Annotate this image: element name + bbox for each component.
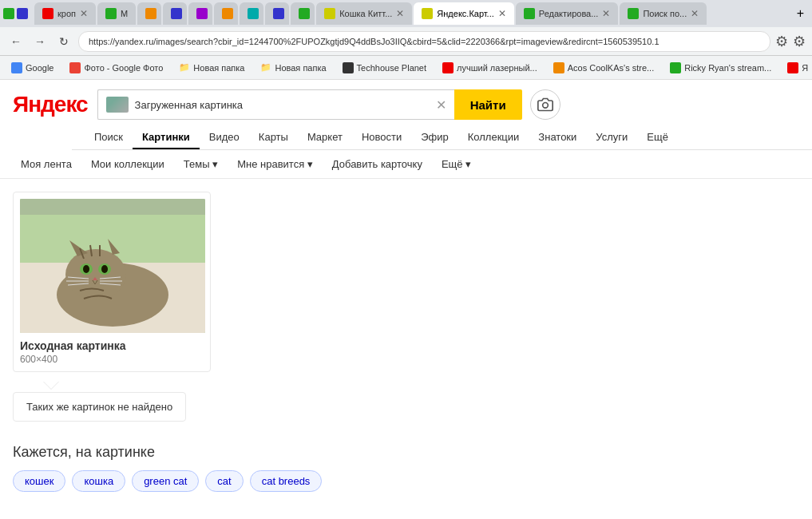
tab-redact[interactable]: Редактирова... ✕ — [516, 2, 619, 25]
profile-icon[interactable]: ⚙ — [793, 33, 806, 50]
tab-5[interactable] — [188, 2, 212, 25]
cat-svg — [20, 199, 205, 333]
tab-1-close[interactable]: ✕ — [80, 8, 88, 19]
bookmark-folder1[interactable]: 📁 Новая папка — [174, 61, 249, 74]
nav-item-kartinki[interactable]: Картинки — [133, 125, 200, 149]
tag-koshek[interactable]: кошек — [13, 470, 65, 492]
new-tab-button[interactable]: + — [792, 6, 809, 21]
bookmark-laser-icon — [442, 62, 454, 73]
bookmark-yandex-icon — [787, 62, 798, 73]
search-button[interactable]: Найти — [454, 89, 522, 120]
bookmark-folder1-icon: 📁 — [179, 62, 190, 73]
nav-item-karty[interactable]: Карты — [249, 125, 298, 149]
tab-6[interactable] — [214, 2, 238, 25]
nav-item-esche[interactable]: Ещё — [637, 125, 678, 149]
back-button[interactable]: ← — [6, 32, 26, 51]
tab-7[interactable] — [240, 2, 263, 25]
tab-1[interactable]: кроп ✕ — [34, 2, 96, 25]
nav-item-uslugi[interactable]: Услуги — [586, 125, 637, 149]
bookmark-acos-label: Acos CoolKAs's stre... — [568, 63, 654, 73]
tab-3-favicon — [145, 8, 156, 19]
tab-koshka-favicon — [324, 8, 335, 19]
tab-m-title: M — [121, 9, 128, 18]
tab-koshka[interactable]: Кошка Китт... ✕ — [316, 2, 412, 25]
bookmark-acos-icon — [553, 62, 564, 73]
bookmark-folder2[interactable]: 📁 Новая папка — [255, 61, 331, 74]
no-results-box: Таких же картинок не найдено — [13, 392, 186, 422]
nav-item-market[interactable]: Маркет — [298, 125, 352, 149]
bookmark-yandex-label: Я — [802, 63, 808, 73]
refresh-button[interactable]: ↻ — [54, 32, 73, 51]
sub-nav-esche[interactable]: Ещё — [434, 155, 479, 173]
page-content: Яндекс Загруженная картинка ✕ Найти Поис… — [0, 80, 812, 519]
bookmark-techhouse[interactable]: Techhouse Planet — [338, 61, 431, 75]
tab-search[interactable]: Поиск по... ✕ — [620, 2, 707, 25]
sub-nav-moi-kollektsii[interactable]: Мои коллекции — [83, 155, 172, 173]
image-card-size: 600×400 — [20, 354, 204, 365]
search-clear-button[interactable]: ✕ — [436, 97, 446, 113]
tab-search-close[interactable]: ✕ — [691, 8, 699, 19]
nav-item-znatoki[interactable]: Знатоки — [529, 125, 586, 149]
tab-redact-close[interactable]: ✕ — [602, 8, 610, 19]
nav-item-video[interactable]: Видео — [200, 125, 249, 149]
address-input[interactable] — [78, 31, 770, 52]
sub-nav-mne-nravitsya[interactable]: Мне нравится — [229, 155, 321, 173]
sub-nav: Моя лента Мои коллекции Темы Мне нравитс… — [0, 150, 812, 179]
tag-green-cat[interactable]: green cat — [132, 470, 199, 492]
bookmark-folder2-label: Новая папка — [275, 63, 326, 73]
tag-cat[interactable]: cat — [205, 470, 243, 492]
image-card-image[interactable] — [20, 199, 205, 333]
nav-item-novosti[interactable]: Новости — [352, 125, 411, 149]
taskbar-icon-2[interactable] — [17, 8, 28, 19]
bookmark-acos[interactable]: Acos CoolKAs's stre... — [549, 61, 659, 75]
tab-yandex-favicon — [422, 8, 433, 19]
bookmark-ricky-icon — [670, 62, 681, 73]
callout-triangle — [32, 382, 799, 389]
search-input-wrapper: Загруженная картинка ✕ — [97, 89, 454, 120]
bookmark-folder2-icon: 📁 — [260, 62, 271, 73]
tag-cat-breeds[interactable]: cat breeds — [250, 470, 323, 492]
tab-koshka-close[interactable]: ✕ — [396, 8, 404, 19]
tab-4[interactable] — [163, 2, 187, 25]
yandex-logo[interactable]: Яндекс — [13, 92, 88, 117]
tag-chips: кошек кошка green cat cat cat breeds — [13, 470, 799, 492]
tab-1-favicon — [42, 8, 53, 19]
extensions-icon[interactable]: ⚙ — [775, 33, 788, 50]
bookmark-laser[interactable]: лучший лазерный... — [438, 61, 542, 75]
browser-chrome: кроп ✕ M Кошка Китт... — [0, 0, 812, 80]
cat-photo — [20, 199, 205, 333]
tab-9[interactable] — [291, 2, 315, 25]
sub-nav-dobavit-kartochku[interactable]: Добавить карточку — [324, 155, 430, 173]
search-bar: Загруженная картинка ✕ Найти — [97, 89, 560, 120]
bookmark-photos[interactable]: Фото - Google Фото — [65, 61, 168, 75]
tag-koshka[interactable]: кошка — [72, 470, 125, 492]
no-results-text: Таких же картинок не найдено — [26, 401, 172, 413]
tab-4-favicon — [171, 8, 182, 19]
tab-m[interactable]: M — [97, 2, 136, 25]
bookmarks-bar: Google Фото - Google Фото 📁 Новая папка … — [0, 56, 812, 80]
bookmark-photos-icon — [69, 62, 81, 73]
camera-button[interactable] — [530, 89, 560, 120]
sub-nav-temy[interactable]: Темы — [176, 155, 226, 173]
tab-bar: кроп ✕ M Кошка Китт... — [0, 0, 812, 27]
tab-3[interactable] — [137, 2, 161, 25]
tab-yandex-close[interactable]: ✕ — [498, 8, 506, 19]
sub-nav-moya-lenta[interactable]: Моя лента — [13, 155, 80, 173]
svg-rect-4 — [20, 199, 205, 215]
nav-menu: Поиск Картинки Видео Карты Маркет Новост… — [72, 125, 812, 150]
search-input-text[interactable]: Загруженная картинка — [135, 99, 430, 111]
yandex-header: Яндекс Загруженная картинка ✕ Найти — [0, 80, 812, 125]
bookmark-google-label: Google — [26, 63, 53, 73]
nav-item-poisk[interactable]: Поиск — [85, 125, 133, 149]
bookmark-google[interactable]: Google — [6, 61, 58, 75]
tab-yandex-active[interactable]: Яндекс.Карт... ✕ — [414, 2, 513, 25]
taskbar-icon-1[interactable] — [3, 8, 14, 19]
nav-item-kollektsii[interactable]: Коллекции — [458, 125, 529, 149]
bookmark-yandex[interactable]: Я — [782, 61, 812, 75]
bookmark-ricky[interactable]: Ricky Ryan's stream... — [665, 61, 776, 75]
forward-button[interactable]: → — [30, 32, 50, 51]
tab-8[interactable] — [265, 2, 289, 25]
nav-item-efir[interactable]: Эфир — [411, 125, 458, 149]
tab-7-favicon — [248, 8, 259, 19]
tab-5-favicon — [196, 8, 208, 19]
